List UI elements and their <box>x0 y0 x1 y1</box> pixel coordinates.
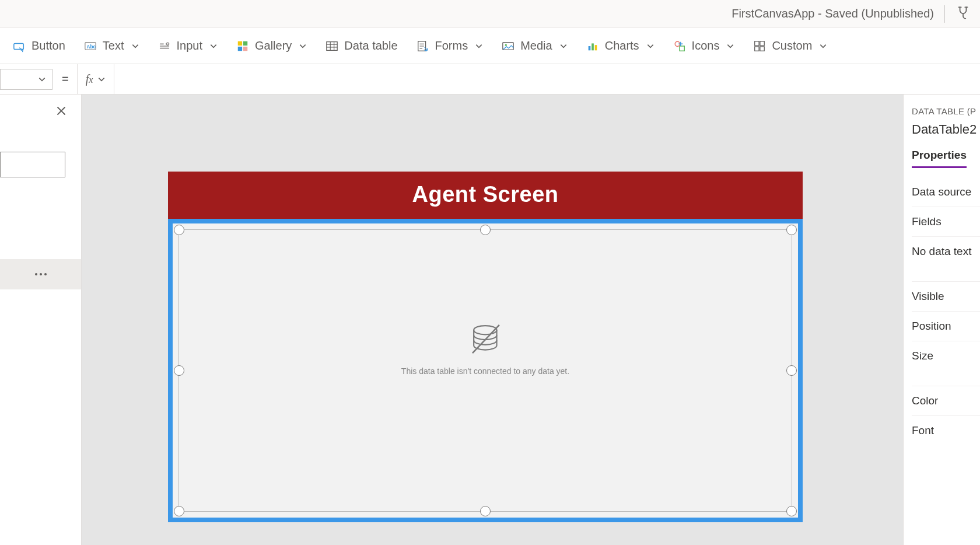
ribbon-text[interactable]: Abc Text <box>76 34 148 57</box>
formula-input[interactable] <box>114 64 980 94</box>
property-selector[interactable] <box>0 69 52 90</box>
svg-rect-4 <box>238 41 242 45</box>
ribbon-data-table-label: Data table <box>344 39 397 53</box>
chevron-down-icon <box>299 42 307 50</box>
resize-handle[interactable] <box>786 506 797 516</box>
button-icon <box>13 40 26 53</box>
workspace: Agent Screen This data table isn't conne… <box>0 95 980 545</box>
app-title: FirstCanvasApp - Saved (Unpublished) <box>732 7 934 20</box>
ribbon-charts[interactable]: Charts <box>578 34 663 57</box>
gallery-icon <box>236 40 249 53</box>
ribbon-custom[interactable]: Custom <box>745 34 835 57</box>
tree-search-input[interactable] <box>0 152 65 177</box>
ribbon-custom-label: Custom <box>772 39 812 53</box>
chevron-down-icon <box>646 42 654 50</box>
canvas[interactable]: Agent Screen This data table isn't conne… <box>82 95 903 545</box>
formula-bar: = fx <box>0 64 980 95</box>
svg-text:Abc: Abc <box>86 44 96 49</box>
ribbon-media-label: Media <box>520 39 552 53</box>
chevron-down-icon <box>475 42 483 50</box>
chevron-down-icon <box>559 42 568 50</box>
prop-fields[interactable]: Fields <box>912 207 980 236</box>
ribbon-input[interactable]: Input <box>150 34 226 57</box>
ribbon-gallery[interactable]: Gallery <box>228 34 315 57</box>
tree-selected-item[interactable] <box>0 259 81 289</box>
data-table-icon <box>326 40 338 53</box>
svg-rect-20 <box>760 46 764 50</box>
ribbon-media[interactable]: Media <box>494 34 575 57</box>
svg-point-3 <box>166 43 169 45</box>
ribbon-text-label: Text <box>103 39 124 53</box>
close-icon[interactable] <box>55 105 67 119</box>
ellipsis-icon <box>35 273 37 275</box>
screen-frame: Agent Screen This data table isn't conne… <box>168 172 803 522</box>
resize-handle[interactable] <box>174 225 184 235</box>
svg-rect-13 <box>592 43 594 50</box>
properties-panel: DATA TABLE (P DataTable2 Properties Data… <box>903 95 980 545</box>
fx-label: fx <box>86 72 93 86</box>
prop-no-data-text[interactable]: No data text <box>912 236 980 266</box>
fx-dropdown[interactable]: fx <box>77 64 115 94</box>
input-icon <box>158 40 171 53</box>
chevron-down-icon <box>726 42 734 50</box>
resize-handle[interactable] <box>480 506 491 516</box>
resize-handle[interactable] <box>174 506 184 516</box>
svg-rect-19 <box>755 46 759 50</box>
properties-section-label: DATA TABLE (P <box>912 106 980 116</box>
screen-title-bar: Agent Screen <box>168 172 803 220</box>
custom-icon <box>753 40 766 53</box>
svg-rect-5 <box>243 41 247 45</box>
charts-icon <box>586 40 599 53</box>
forms-icon <box>416 40 429 53</box>
svg-rect-12 <box>588 46 590 50</box>
ribbon-data-table[interactable]: Data table <box>317 34 405 57</box>
data-table-empty-state: This data table isn't connected to any d… <box>401 319 569 376</box>
selected-object-name[interactable]: DataTable2 <box>912 122 980 137</box>
equals-sign: = <box>62 72 69 86</box>
svg-rect-6 <box>238 46 242 50</box>
prop-data-source[interactable]: Data source <box>912 181 980 207</box>
svg-rect-16 <box>680 46 684 51</box>
prop-visible[interactable]: Visible <box>912 281 980 311</box>
ribbon-gallery-label: Gallery <box>255 39 292 53</box>
ellipsis-icon <box>40 273 42 275</box>
prop-position[interactable]: Position <box>912 311 980 341</box>
svg-rect-18 <box>760 41 764 45</box>
tree-view-panel <box>0 95 82 545</box>
chevron-down-icon <box>209 42 218 50</box>
svg-line-22 <box>473 325 499 353</box>
svg-point-21 <box>474 326 496 334</box>
app-checker-icon[interactable] <box>956 5 971 23</box>
media-icon <box>502 40 514 53</box>
svg-rect-8 <box>327 41 337 50</box>
chevron-down-icon <box>131 42 139 50</box>
ribbon-button-label: Button <box>32 39 65 53</box>
icons-icon <box>673 40 686 53</box>
svg-point-11 <box>505 44 507 46</box>
svg-rect-0 <box>14 43 24 49</box>
resize-handle[interactable] <box>480 225 491 235</box>
ribbon-button[interactable]: Button <box>5 34 74 57</box>
prop-font[interactable]: Font <box>912 415 980 445</box>
resize-handle[interactable] <box>786 225 797 235</box>
ribbon-icons[interactable]: Icons <box>665 34 743 57</box>
chevron-down-icon <box>38 75 46 83</box>
text-icon: Abc <box>84 40 97 53</box>
title-bar: FirstCanvasApp - Saved (Unpublished) <box>0 0 980 28</box>
screen-title-text: Agent Screen <box>412 182 559 207</box>
ribbon-input-label: Input <box>177 39 202 53</box>
titlebar-divider <box>944 5 945 23</box>
data-table-control[interactable]: This data table isn't connected to any d… <box>168 219 803 522</box>
prop-size[interactable]: Size <box>912 341 980 371</box>
ribbon-forms-label: Forms <box>435 39 468 53</box>
properties-list: Data source Fields No data text Visible … <box>912 181 980 445</box>
svg-rect-14 <box>594 45 597 50</box>
svg-rect-17 <box>755 41 759 45</box>
ribbon-charts-label: Charts <box>605 39 639 53</box>
resize-handle[interactable] <box>174 365 184 376</box>
ribbon-forms[interactable]: Forms <box>408 34 492 57</box>
tab-properties[interactable]: Properties <box>912 149 967 168</box>
prop-color[interactable]: Color <box>912 386 980 415</box>
data-table-empty-text: This data table isn't connected to any d… <box>401 366 569 376</box>
resize-handle[interactable] <box>786 365 797 376</box>
